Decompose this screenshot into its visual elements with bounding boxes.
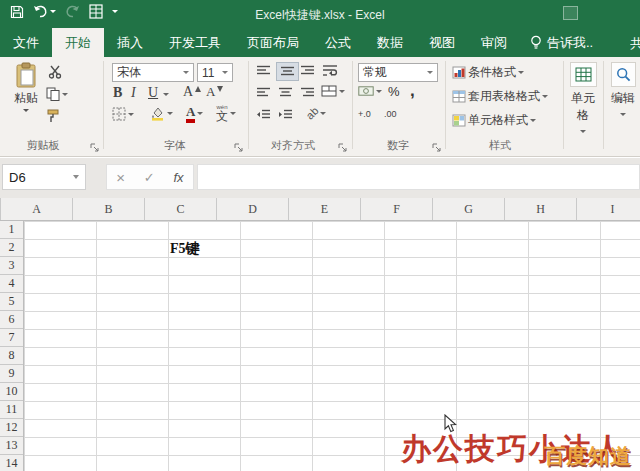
align-bottom-button[interactable]: [300, 65, 315, 76]
percent-style-button[interactable]: %: [388, 84, 400, 99]
row-header-4[interactable]: 4: [0, 275, 23, 293]
tab-页面布局[interactable]: 页面布局: [234, 28, 312, 57]
cell-styles-button[interactable]: 单元格样式: [452, 112, 536, 129]
tell-me-box[interactable]: 告诉我..: [520, 28, 603, 57]
row-header-2[interactable]: 2: [0, 239, 23, 257]
grow-font-button[interactable]: A: [183, 84, 201, 100]
tab-插入[interactable]: 插入: [104, 28, 156, 57]
row-header-10[interactable]: 10: [0, 383, 23, 401]
cell-styles-label: 单元格样式: [468, 112, 528, 129]
paste-button[interactable]: 粘贴: [8, 62, 44, 136]
window-title: Excel快捷键.xlsx - Excel: [0, 7, 640, 24]
column-header-C[interactable]: C: [145, 198, 217, 220]
font-color-button[interactable]: A: [186, 104, 203, 123]
confirm-icon[interactable]: ✓: [144, 170, 155, 185]
fill-color-button[interactable]: [150, 106, 173, 121]
align-right-button[interactable]: [300, 87, 315, 98]
tab-公式[interactable]: 公式: [312, 28, 364, 57]
format-painter-icon: [46, 109, 60, 123]
font-name-value: 宋体: [117, 64, 141, 81]
row-header-13[interactable]: 13: [0, 437, 23, 455]
merge-center-button[interactable]: [321, 85, 345, 97]
row-header-8[interactable]: 8: [0, 347, 23, 365]
format-as-table-label: 套用表格格式: [468, 88, 540, 105]
name-box[interactable]: D6: [2, 164, 86, 190]
italic-button[interactable]: I: [131, 85, 136, 101]
phonetic-guide-button[interactable]: wén文: [216, 104, 236, 122]
column-header-F[interactable]: F: [361, 198, 433, 220]
borders-button[interactable]: [112, 107, 134, 121]
orientation-button[interactable]: ab: [306, 107, 326, 119]
increase-indent-button[interactable]: [278, 109, 293, 120]
format-as-table-button[interactable]: 套用表格格式: [452, 88, 548, 105]
formula-input[interactable]: [197, 164, 640, 190]
conditional-formatting-button[interactable]: 条件格式: [452, 64, 524, 81]
row-header-1[interactable]: 1: [0, 221, 23, 239]
cells-label: 单元格: [567, 90, 599, 124]
row-header-9[interactable]: 9: [0, 365, 23, 383]
align-left-button[interactable]: [256, 87, 271, 98]
clipboard-group-label: 剪贴板: [8, 138, 78, 153]
row-header-14[interactable]: 14: [0, 455, 23, 471]
share-label-partial[interactable]: 共: [630, 35, 640, 53]
cancel-icon[interactable]: ×: [116, 169, 125, 186]
alignment-dialog-launcher[interactable]: [338, 142, 348, 152]
column-header-E[interactable]: E: [289, 198, 361, 220]
alignment-group-label: 对齐方式: [258, 138, 328, 153]
wrap-text-button[interactable]: [322, 64, 338, 76]
row-header-12[interactable]: 12: [0, 419, 23, 437]
cells-button[interactable]: 单元格: [567, 62, 599, 138]
underline-button[interactable]: U: [148, 85, 158, 101]
cut-icon: [48, 65, 62, 79]
clipboard-dialog-launcher[interactable]: [90, 142, 100, 152]
tab-视图[interactable]: 视图: [416, 28, 468, 57]
ribbon-tab-row: 文件开始插入开发工具页面布局公式数据视图审阅 告诉我.. 共: [0, 28, 640, 57]
name-box-caret[interactable]: [73, 175, 79, 179]
increase-decimal-button[interactable]: +.0: [358, 109, 371, 119]
accounting-format-button[interactable]: [358, 86, 382, 96]
tab-开始[interactable]: 开始: [52, 28, 104, 57]
column-header-A[interactable]: A: [1, 198, 73, 220]
column-header-G[interactable]: G: [433, 198, 505, 220]
tab-文件[interactable]: 文件: [0, 28, 52, 57]
tab-开发工具[interactable]: 开发工具: [156, 28, 234, 57]
insert-function-button[interactable]: fx: [174, 170, 184, 185]
tab-数据[interactable]: 数据: [364, 28, 416, 57]
row-header-3[interactable]: 3: [0, 257, 23, 275]
bold-button[interactable]: B: [113, 85, 122, 101]
align-middle-button[interactable]: [276, 62, 299, 81]
font-dialog-launcher[interactable]: [234, 142, 244, 152]
name-box-value: D6: [9, 170, 26, 185]
column-header-D[interactable]: D: [217, 198, 289, 220]
shrink-font-button[interactable]: A: [206, 84, 223, 100]
number-format-select[interactable]: 常规: [358, 63, 438, 82]
underline-dropdown-caret[interactable]: [163, 93, 169, 96]
column-header-B[interactable]: B: [73, 198, 145, 220]
align-top-button[interactable]: [256, 65, 271, 76]
row-header-11[interactable]: 11: [0, 401, 23, 419]
format-painter-button[interactable]: [46, 109, 60, 123]
number-group-label: 数字: [368, 138, 428, 153]
copy-button[interactable]: [46, 87, 68, 101]
tab-审阅[interactable]: 审阅: [468, 28, 520, 57]
align-center-button[interactable]: [278, 87, 293, 98]
excel-window: Excel快捷键.xlsx - Excel 文件开始插入开发工具页面布局公式数据…: [0, 0, 640, 471]
column-header-H[interactable]: H: [505, 198, 577, 220]
window-control-icon[interactable]: [563, 6, 578, 20]
ribbon: 粘贴 剪贴板 宋体 11 B I U A A: [0, 57, 640, 157]
column-header-I[interactable]: I: [577, 198, 640, 220]
cut-button[interactable]: [48, 65, 62, 79]
row-header-6[interactable]: 6: [0, 311, 23, 329]
brand-watermark: 百度知道: [544, 442, 632, 470]
cell-c2[interactable]: F5键: [170, 240, 200, 258]
font-size-select[interactable]: 11: [197, 63, 233, 82]
row-header-5[interactable]: 5: [0, 293, 23, 311]
decrease-decimal-button[interactable]: .00: [384, 109, 397, 119]
decrease-indent-button[interactable]: [256, 109, 271, 120]
font-name-select[interactable]: 宋体: [112, 63, 194, 82]
select-all-button[interactable]: [0, 198, 1, 220]
editing-button[interactable]: 编辑: [608, 62, 638, 121]
number-dialog-launcher[interactable]: [432, 142, 442, 152]
row-header-7[interactable]: 7: [0, 329, 23, 347]
comma-style-button[interactable]: ,: [410, 81, 415, 101]
